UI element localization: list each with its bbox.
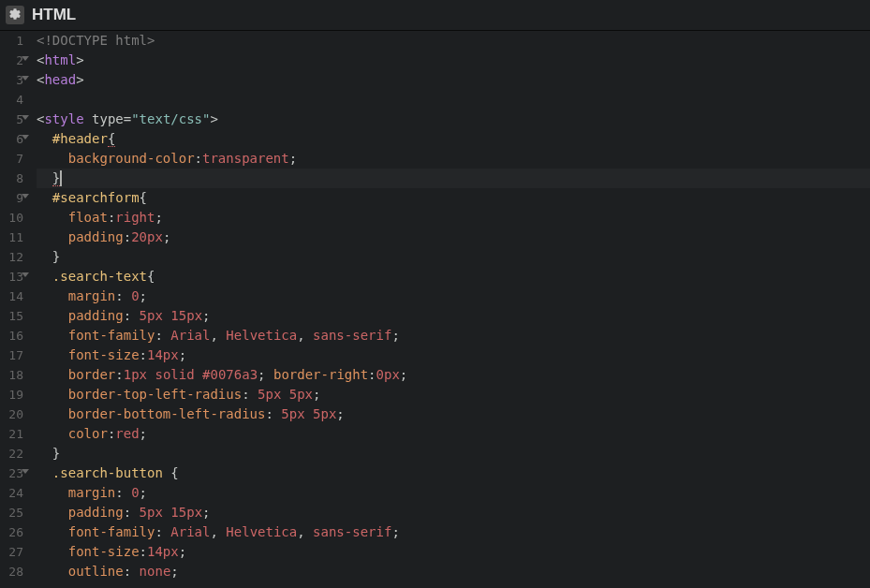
line-number: 12 bbox=[0, 247, 23, 267]
code-line[interactable]: border:1px solid #0076a3; border-right:0… bbox=[37, 365, 870, 385]
fold-marker-icon[interactable] bbox=[22, 272, 29, 277]
gear-icon bbox=[8, 7, 22, 23]
line-number: 11 bbox=[0, 228, 23, 247]
line-number: 24 bbox=[0, 483, 23, 503]
code-line[interactable]: #searchform{ bbox=[37, 188, 870, 208]
code-line[interactable]: font-size:14px; bbox=[37, 542, 870, 562]
code-line[interactable]: margin: 0; bbox=[37, 483, 870, 503]
fold-marker-icon[interactable] bbox=[22, 469, 29, 474]
text-cursor bbox=[60, 170, 62, 186]
code-line[interactable]: color:red; bbox=[37, 424, 870, 444]
line-number: 26 bbox=[0, 522, 23, 542]
line-number: 3 bbox=[0, 70, 23, 90]
line-number: 14 bbox=[0, 287, 23, 306]
code-line[interactable]: outline: none; bbox=[37, 562, 870, 581]
line-number: 10 bbox=[0, 208, 23, 228]
code-line[interactable]: border-top-left-radius: 5px 5px; bbox=[37, 385, 870, 404]
code-area[interactable]: <!DOCTYPE html><html><head><style type="… bbox=[31, 31, 870, 588]
code-line[interactable]: .search-button { bbox=[37, 463, 870, 483]
code-line[interactable]: font-size:14px; bbox=[37, 345, 870, 365]
line-number: 7 bbox=[0, 149, 23, 169]
settings-button[interactable] bbox=[6, 6, 24, 24]
code-line[interactable] bbox=[37, 90, 870, 110]
code-line[interactable]: <head> bbox=[37, 70, 870, 90]
code-line[interactable]: padding: 5px 15px; bbox=[37, 306, 870, 326]
line-gutter: 1234567891011121314151617181920212223242… bbox=[0, 31, 31, 588]
code-line[interactable]: <style type="text/css"> bbox=[37, 110, 870, 129]
fold-marker-icon[interactable] bbox=[22, 56, 29, 61]
line-number: 22 bbox=[0, 444, 23, 463]
line-number: 6 bbox=[0, 129, 23, 149]
line-number: 2 bbox=[0, 51, 23, 70]
code-line[interactable]: <html> bbox=[37, 51, 870, 70]
code-line[interactable]: .search-text{ bbox=[37, 267, 870, 287]
panel-title: HTML bbox=[32, 6, 76, 24]
code-line[interactable]: font-family: Arial, Helvetica, sans-seri… bbox=[37, 326, 870, 345]
panel-header: HTML bbox=[0, 0, 870, 31]
code-line[interactable]: } bbox=[37, 247, 870, 267]
code-editor[interactable]: 1234567891011121314151617181920212223242… bbox=[0, 31, 870, 588]
fold-marker-icon[interactable] bbox=[22, 194, 29, 198]
code-line[interactable]: border-bottom-left-radius: 5px 5px; bbox=[37, 404, 870, 424]
line-number: 18 bbox=[0, 365, 23, 385]
code-line[interactable]: margin: 0; bbox=[37, 287, 870, 306]
code-line[interactable]: } bbox=[37, 169, 870, 188]
line-number: 16 bbox=[0, 326, 23, 345]
line-number: 8 bbox=[0, 169, 23, 188]
code-line[interactable]: padding:20px; bbox=[37, 228, 870, 247]
code-line[interactable]: } bbox=[37, 444, 870, 463]
code-line[interactable]: #header{ bbox=[37, 129, 870, 149]
line-number: 17 bbox=[0, 345, 23, 365]
line-number: 5 bbox=[0, 110, 23, 129]
fold-marker-icon[interactable] bbox=[22, 76, 29, 81]
line-number: 20 bbox=[0, 404, 23, 424]
line-number: 28 bbox=[0, 562, 23, 581]
line-number: 19 bbox=[0, 385, 23, 404]
line-number: 1 bbox=[0, 31, 23, 51]
line-number: 15 bbox=[0, 306, 23, 326]
line-number: 21 bbox=[0, 424, 23, 444]
code-line[interactable]: padding: 5px 15px; bbox=[37, 503, 870, 522]
line-number: 13 bbox=[0, 267, 23, 287]
code-line[interactable]: font-family: Arial, Helvetica, sans-seri… bbox=[37, 522, 870, 542]
line-number: 4 bbox=[0, 90, 23, 110]
code-line[interactable]: float:right; bbox=[37, 208, 870, 228]
code-line[interactable]: <!DOCTYPE html> bbox=[37, 31, 870, 51]
fold-marker-icon[interactable] bbox=[22, 135, 29, 140]
line-number: 27 bbox=[0, 542, 23, 562]
line-number: 25 bbox=[0, 503, 23, 522]
code-line[interactable]: background-color:transparent; bbox=[37, 149, 870, 169]
fold-marker-icon[interactable] bbox=[22, 115, 29, 120]
line-number: 9 bbox=[0, 188, 23, 208]
line-number: 23 bbox=[0, 463, 23, 483]
